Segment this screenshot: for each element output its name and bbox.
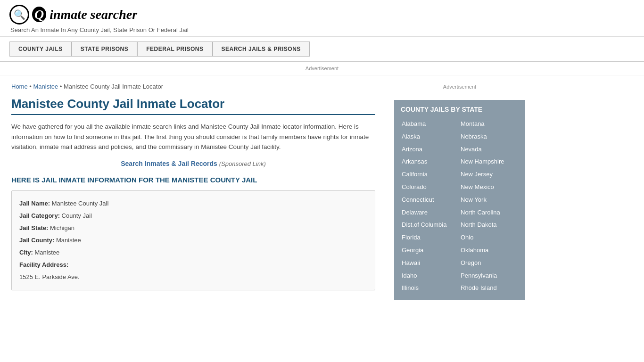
state-link-connecticut[interactable]: Connecticut	[401, 194, 460, 206]
state-col-2: Montana Nebraska Nevada New Hampshire Ne…	[460, 118, 519, 295]
jail-category-label: Jail Category:	[19, 212, 60, 219]
nav: COUNTY JAILS STATE PRISONS FEDERAL PRISO…	[0, 37, 644, 62]
breadcrumb-current: Manistee County Jail Inmate Locator	[64, 83, 163, 90]
nav-search-jails[interactable]: SEARCH JAILS & PRISONS	[213, 41, 310, 57]
jail-address-label: Facility Address:	[19, 261, 68, 268]
logo-area: 🔍 Q inmate searcher	[9, 5, 635, 25]
state-link-montana[interactable]: Montana	[460, 118, 519, 131]
state-link-hawaii[interactable]: Hawaii	[401, 257, 460, 270]
page-title: Manistee County Jail Inmate Locator	[11, 97, 375, 115]
breadcrumb: Home • Manistee • Manistee County Jail I…	[11, 83, 375, 90]
state-col-1: Alabama Alaska Arizona Arkansas Californ…	[401, 118, 460, 295]
county-jails-by-state: COUNTY JAILS BY STATE Alabama Alaska Ari…	[394, 100, 525, 300]
jail-category-value: County Jail	[62, 212, 92, 219]
state-link-new-hampshire[interactable]: New Hampshire	[460, 156, 519, 168]
state-link-nebraska[interactable]: Nebraska	[460, 131, 519, 143]
state-link-arkansas[interactable]: Arkansas	[401, 156, 460, 168]
state-link-oregon[interactable]: Oregon	[460, 257, 519, 270]
state-link-ohio[interactable]: Ohio	[460, 231, 519, 244]
jail-name-row: Jail Name: Manistee County Jail	[19, 197, 367, 210]
jail-county-value: Manistee	[56, 237, 81, 244]
sponsored-label: (Sponsored Link)	[219, 160, 266, 167]
jail-city-row: City: Manistee	[19, 247, 367, 259]
jail-state-row: Jail State: Michigan	[19, 222, 367, 234]
jail-county-row: Jail County: Manistee	[19, 234, 367, 247]
state-link-north-carolina[interactable]: North Carolina	[460, 206, 519, 219]
state-link-delaware[interactable]: Delaware	[401, 206, 460, 219]
state-link-colorado[interactable]: Colorado	[401, 181, 460, 194]
jail-name-label: Jail Name:	[19, 200, 50, 207]
header: 🔍 Q inmate searcher Search An Inmate In …	[0, 0, 644, 37]
jail-name-value: Manistee County Jail	[52, 200, 109, 207]
state-link-florida[interactable]: Florida	[401, 231, 460, 244]
jail-state-value: Michigan	[50, 224, 74, 231]
sidebar: Advertisement COUNTY JAILS BY STATE Alab…	[387, 75, 533, 305]
state-link-georgia[interactable]: Georgia	[401, 244, 460, 257]
state-link-nevada[interactable]: Nevada	[460, 143, 519, 156]
logo-text: Q inmate searcher	[32, 7, 137, 22]
nav-state-prisons[interactable]: STATE PRISONS	[72, 41, 137, 57]
ad-bar: Advertisement	[0, 62, 644, 75]
state-link-alabama[interactable]: Alabama	[401, 118, 460, 131]
state-link-pennsylvania[interactable]: Pennsylvania	[460, 270, 519, 282]
state-link-illinois[interactable]: Illinois	[401, 282, 460, 295]
jail-state-label: Jail State:	[19, 224, 48, 231]
sidebar-ad: Advertisement	[394, 80, 525, 93]
info-heading: HERE IS JAIL INMATE INFORMATION FOR THE …	[11, 176, 375, 184]
jail-county-label: Jail County:	[19, 237, 54, 244]
state-link-arizona[interactable]: Arizona	[401, 143, 460, 156]
state-link-california[interactable]: California	[401, 168, 460, 181]
breadcrumb-home[interactable]: Home	[11, 83, 28, 90]
content-area: Home • Manistee • Manistee County Jail I…	[0, 75, 387, 305]
tagline: Search An Inmate In Any County Jail, Sta…	[10, 26, 635, 33]
jail-city-label: City:	[19, 249, 33, 256]
jail-address-value: 1525 E. Parkside Ave.	[19, 273, 80, 280]
nav-county-jails[interactable]: COUNTY JAILS	[9, 41, 72, 57]
state-link-north-dakota[interactable]: North Dakota	[460, 219, 519, 231]
jail-category-row: Jail Category: County Jail	[19, 210, 367, 222]
sponsored-link[interactable]: Search Inmates & Jail Records	[121, 160, 217, 167]
jail-city-value: Manistee	[35, 249, 60, 256]
state-link-new-york[interactable]: New York	[460, 194, 519, 206]
state-link-new-mexico[interactable]: New Mexico	[460, 181, 519, 194]
body-text: We have gathered for you all the availab…	[11, 122, 375, 152]
state-link-dc[interactable]: Dist.of Columbia	[401, 219, 460, 231]
main-layout: Home • Manistee • Manistee County Jail I…	[0, 75, 644, 305]
state-link-oklahoma[interactable]: Oklahoma	[460, 244, 519, 257]
nav-federal-prisons[interactable]: FEDERAL PRISONS	[137, 41, 212, 57]
logo-icon: 🔍	[9, 5, 29, 25]
sponsored-link-area: Search Inmates & Jail Records (Sponsored…	[11, 160, 375, 167]
state-link-alaska[interactable]: Alaska	[401, 131, 460, 143]
breadcrumb-parent[interactable]: Manistee	[33, 83, 58, 90]
state-link-new-jersey[interactable]: New Jersey	[460, 168, 519, 181]
jail-address-row: Facility Address: 1525 E. Parkside Ave.	[19, 259, 367, 283]
jail-info-box: Jail Name: Manistee County Jail Jail Cat…	[11, 190, 375, 290]
state-link-rhode-island[interactable]: Rhode Island	[460, 282, 519, 295]
state-link-idaho[interactable]: Idaho	[401, 270, 460, 282]
state-grid: Alabama Alaska Arizona Arkansas Californ…	[401, 118, 519, 295]
county-jails-title: COUNTY JAILS BY STATE	[401, 106, 519, 113]
